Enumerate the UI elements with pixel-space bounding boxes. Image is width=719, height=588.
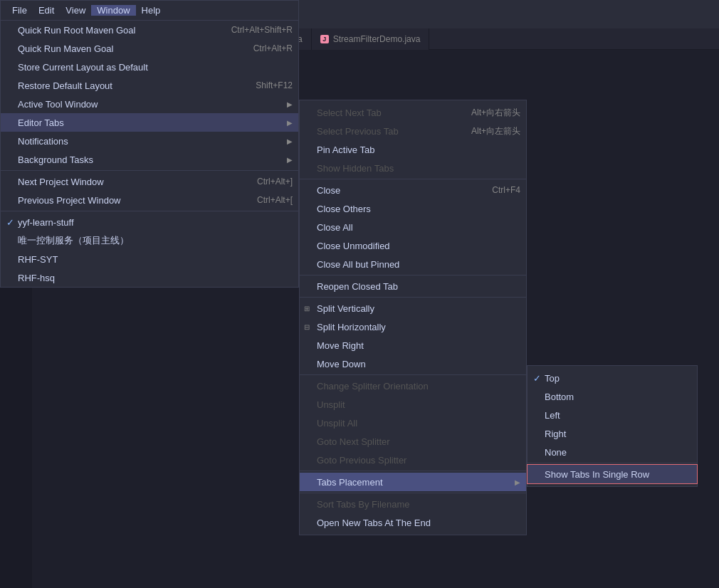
submenu-split-vert-icon: ⊞ [304,305,310,313]
submenu-pin-active-tab-label: Pin Active Tab [317,145,520,155]
submenu-select-next-tab-label: Select Next Tab [317,107,471,118]
menu-next-project-shortcut: Ctrl+Alt+] [257,177,293,187]
placement-right[interactable]: Right [528,424,697,443]
submenu-split-horiz[interactable]: ⊟ Split Horizontally [300,317,526,336]
submenu-show-hidden-tabs[interactable]: Show Hidden Tabs [300,159,526,177]
placement-none[interactable]: None [528,443,697,461]
submenu-open-new-tabs[interactable]: Open New Tabs At The End [300,513,526,532]
placement-single-row[interactable]: Show Tabs In Single Row [528,465,697,483]
menu-project-1[interactable]: yyf-learn-stuff [1,213,298,231]
menu-prev-project-shortcut: Ctrl+Alt+[ [257,195,293,205]
menu-background-tasks-label: Background Tasks [18,154,283,165]
placement-left[interactable]: Left [528,406,697,424]
submenu-select-prev-tab-label: Select Previous Tab [317,126,471,137]
menu-project-2[interactable]: 唯一控制服务（项目主线） [1,231,298,250]
menu-project-3[interactable]: RHF-SYT [1,250,298,268]
menu-edit[interactable]: Edit [33,5,60,16]
submenu-goto-next-splitter-label: Goto Next Splitter [317,436,520,447]
menu-store-layout-label: Store Current Layout as Default [18,62,293,73]
submenu-select-prev-tab[interactable]: Select Previous Tab Alt+向左箭头 [300,122,526,140]
submenu-sep-3 [300,297,526,298]
submenu-reopen-closed-label: Reopen Closed Tab [317,281,520,292]
menu-editor-tabs-arrow: ▶ [287,119,293,127]
menu-help[interactable]: Help [136,5,167,16]
menu-sep-2 [1,211,298,211]
submenu-unsplit[interactable]: Unsplit [300,395,526,414]
menu-quick-run-shortcut: Ctrl+Alt+R [253,43,293,53]
submenu-tabs-placement[interactable]: Tabs Placement ▶ [300,473,526,491]
submenu-close-all[interactable]: Close All [300,218,526,236]
window-menu: File Edit View Window Help Quick Run Roo… [0,0,299,288]
submenu-sep-5 [300,471,526,471]
submenu-split-horiz-label: Split Horizontally [317,322,520,332]
menu-quick-run-root[interactable]: Quick Run Root Maven Goal Ctrl+Alt+Shift… [1,21,298,39]
placement-left-label: Left [545,410,691,421]
menu-quick-run[interactable]: Quick Run Maven Goal Ctrl+Alt+R [1,39,298,58]
submenu-change-splitter[interactable]: Change Splitter Orientation [300,377,526,395]
menu-file[interactable]: File [6,5,33,16]
menu-background-tasks[interactable]: Background Tasks ▶ [1,150,298,169]
submenu-close-others-label: Close Others [317,204,520,214]
placement-bottom-label: Bottom [545,392,691,402]
submenu-sep-4 [300,374,526,375]
submenu-split-vert[interactable]: ⊞ Split Vertically [300,299,526,317]
menu-view[interactable]: View [60,5,91,16]
menu-project-4[interactable]: RHF-hsq [1,268,298,287]
submenu-close-label: Close [317,185,492,196]
submenu-tabs-placement-label: Tabs Placement [317,477,510,488]
menu-next-project[interactable]: Next Project Window Ctrl+Alt+] [1,172,298,191]
submenu-goto-prev-splitter[interactable]: Goto Previous Splitter [300,451,526,469]
menu-background-tasks-arrow: ▶ [287,156,293,164]
placement-none-label: None [545,447,691,458]
submenu-show-hidden-tabs-label: Show Hidden Tabs [317,163,520,174]
submenu-move-right[interactable]: Move Right [300,336,526,355]
submenu-sep-2 [300,275,526,275]
menu-window[interactable]: Window [91,5,135,16]
submenu-close-all-pinned[interactable]: Close All but Pinned [300,255,526,273]
submenu-move-down-label: Move Down [317,359,520,369]
submenu-pin-active-tab[interactable]: Pin Active Tab [300,140,526,159]
submenu-unsplit-label: Unsplit [317,399,520,410]
menu-bar: File Edit View Window Help [1,1,298,21]
menu-notifications[interactable]: Notifications ▶ [1,132,298,150]
submenu-sort-tabs[interactable]: Sort Tabs By Filename [300,495,526,513]
menu-prev-project[interactable]: Previous Project Window Ctrl+Alt+[ [1,191,298,209]
submenu-sort-tabs-label: Sort Tabs By Filename [317,499,520,510]
placement-sep-1 [528,463,697,463]
submenu-tabs-placement-arrow: ▶ [515,478,520,486]
menu-restore-layout[interactable]: Restore Default Layout Shift+F12 [1,76,298,95]
menu-editor-tabs[interactable]: Editor Tabs ▶ [1,113,298,132]
placement-bottom[interactable]: Bottom [528,387,697,406]
menu-active-tool-arrow: ▶ [287,100,293,108]
menu-active-tool[interactable]: Active Tool Window ▶ [1,95,298,113]
menu-restore-layout-shortcut: Shift+F12 [256,80,293,90]
menu-prev-project-label: Previous Project Window [18,195,243,206]
menu-store-layout[interactable]: Store Current Layout as Default [1,58,298,76]
submenu-move-down[interactable]: Move Down [300,355,526,373]
submenu-close-shortcut: Ctrl+F4 [492,185,520,195]
submenu-close-unmodified-label: Close Unmodified [317,241,520,251]
submenu-select-next-tab[interactable]: Select Next Tab Alt+向右箭头 [300,103,526,122]
placement-single-row-label: Show Tabs In Single Row [545,469,691,480]
submenu-close-others[interactable]: Close Others [300,199,526,218]
submenu-sep-6 [300,493,526,493]
tab-3-label: StreamFilterDemo.java [333,34,421,44]
submenu-close[interactable]: Close Ctrl+F4 [300,181,526,199]
submenu-sep-1 [300,179,526,179]
menu-editor-tabs-label: Editor Tabs [18,117,283,128]
submenu-select-next-tab-shortcut: Alt+向右箭头 [471,107,520,119]
submenu-goto-next-splitter[interactable]: Goto Next Splitter [300,432,526,451]
placement-top[interactable]: Top [528,369,697,387]
placement-top-label: Top [545,373,691,384]
menu-quick-run-root-shortcut: Ctrl+Alt+Shift+R [231,25,293,35]
menu-project-4-label: RHF-hsq [18,273,293,283]
submenu-unsplit-all[interactable]: Unsplit All [300,414,526,432]
submenu-goto-prev-splitter-label: Goto Previous Splitter [317,455,520,466]
menu-notifications-label: Notifications [18,136,283,147]
submenu-close-unmodified[interactable]: Close Unmodified [300,236,526,255]
submenu-split-vert-label: Split Vertically [317,303,520,314]
submenu-reopen-closed[interactable]: Reopen Closed Tab [300,277,526,295]
submenu-change-splitter-label: Change Splitter Orientation [317,381,520,392]
tab-3[interactable]: J StreamFilterDemo.java [312,28,430,50]
menu-restore-layout-label: Restore Default Layout [18,80,241,91]
